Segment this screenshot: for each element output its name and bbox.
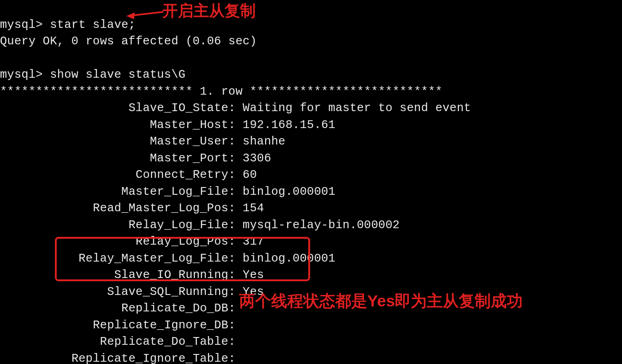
row-read-master-log-pos: Read_Master_Log_Pos: 154 <box>0 200 622 217</box>
row-master-user: Master_User: shanhe <box>0 134 622 150</box>
row-replicate-ignore-table: Replicate_Ignore_Table: <box>0 351 622 364</box>
row-master-host: Master_Host: 192.168.15.61 <box>0 117 622 134</box>
row-replicate-ignore-db: Replicate_Ignore_DB: <box>0 317 622 334</box>
prompt-line-2: mysql> show slave status\G <box>0 68 186 81</box>
row-relay-log-file: Relay_Log_File: mysql-relay-bin.000002 <box>0 217 622 234</box>
mysql-prompt: mysql> <box>0 18 43 32</box>
row-replicate-do-table: Replicate_Do_Table: <box>0 334 622 351</box>
row-connect-retry: Connect_Retry: 60 <box>0 167 622 184</box>
terminal-output: mysql> start slave; Query OK, 0 rows aff… <box>0 0 622 364</box>
row-header: *************************** 1. row *****… <box>0 85 442 98</box>
row-slave-io-running: Slave_IO_Running: Yes <box>0 267 622 284</box>
prompt-line-1: mysql> start slave; <box>0 18 135 32</box>
command-start-slave: start slave; <box>50 18 135 32</box>
command-show-status: show slave status\G <box>50 68 185 81</box>
row-relay-master-log-file: Relay_Master_Log_File: binlog.000001 <box>0 251 622 268</box>
row-replicate-do-db: Replicate_Do_DB: <box>0 300 622 317</box>
row-master-port: Master_Port: 3306 <box>0 150 622 167</box>
row-master-log-file: Master_Log_File: binlog.000001 <box>0 184 622 201</box>
row-slave-io-state: Slave_IO_State: Waiting for master to se… <box>0 100 622 117</box>
row-relay-log-pos: Relay_Log_Pos: 317 <box>0 234 622 251</box>
row-slave-sql-running: Slave_SQL_Running: Yes <box>0 284 622 301</box>
mysql-prompt: mysql> <box>0 68 43 81</box>
result-line: Query OK, 0 rows affected (0.06 sec) <box>0 35 257 48</box>
